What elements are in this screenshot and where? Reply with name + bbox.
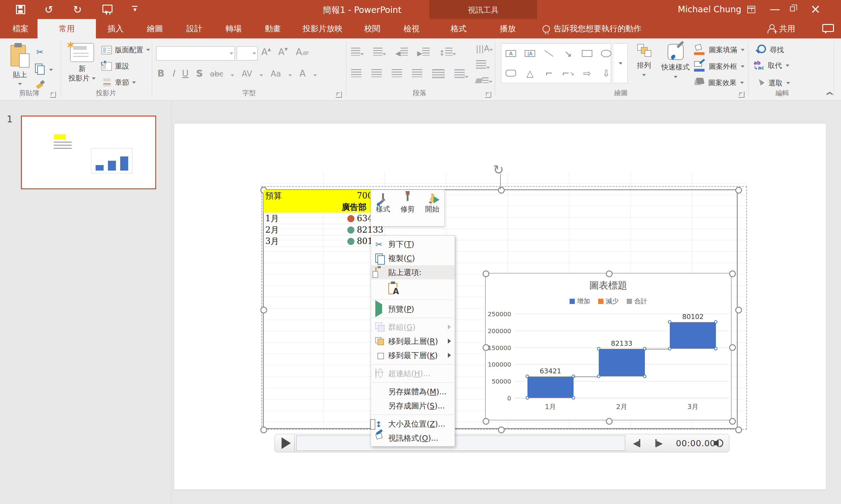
arrange-button[interactable]: 排列 [632,44,656,78]
right-arrow-shape-icon[interactable]: ⇨ [577,64,597,83]
textbox-shape-icon[interactable]: A [501,44,520,63]
font-color-icon[interactable]: A [299,68,306,79]
ribbon-display-options-icon[interactable] [741,0,762,19]
selection-handle[interactable] [729,344,736,351]
paste-option-keep-text-icon[interactable] [371,280,454,298]
slide-thumbnail[interactable] [21,115,156,189]
character-spacing-icon[interactable]: AV [241,69,252,78]
contextual-tab-1[interactable]: 播放 [483,19,532,38]
selection-handle[interactable] [498,427,505,433]
video-player-bar[interactable]: ◀ ▶ 00:00.00 [274,434,729,452]
seek-bar[interactable] [296,435,625,451]
樣式-button[interactable]: 樣式 [371,190,395,226]
clear-formatting-icon[interactable]: A [296,47,308,57]
menu-item-貼上選項[interactable]: 貼上選項: [371,265,454,280]
selection-handle[interactable] [735,307,742,313]
selection-handle[interactable] [729,418,736,425]
tab-1-active[interactable]: 常用 [37,19,96,38]
tab-6[interactable]: 動畫 [253,19,293,38]
paragraph-dialog-launcher-icon[interactable] [485,92,491,98]
selection-handle[interactable] [483,418,489,425]
increase-indent-icon[interactable]: ▶ [417,48,430,57]
tab-5[interactable]: 轉場 [214,19,253,38]
drawing-dialog-launcher-icon[interactable] [738,92,745,98]
selection-handle[interactable] [261,427,267,433]
underline-icon[interactable]: U [182,68,189,79]
increase-font-size-icon[interactable]: A▲ [261,47,271,57]
budget-table[interactable]: 預算70000廣告部1月634212月821333月80102 [264,190,387,247]
italic-icon[interactable]: I [172,68,175,79]
volume-icon[interactable] [714,438,724,448]
reset-button[interactable]: ↺ 重設 [102,61,129,71]
arrow-shape-icon[interactable]: ↘ [558,44,577,63]
menu-item-視訊格式[interactable]: 視訊格式(O)... [371,431,454,445]
strikethrough-icon[interactable]: abc [210,70,223,78]
step-forward-icon[interactable]: ▶ [655,438,663,448]
menu-item-移到最下層[interactable]: 移到最下層(K) [371,348,454,362]
tell-me-box[interactable]: 告訴我您想要執行的動作 [542,19,642,38]
change-case-icon[interactable]: Aa [270,69,281,78]
justify-icon[interactable] [412,69,422,77]
collapse-ribbon-icon[interactable] [826,92,833,96]
selection-handle[interactable] [606,418,613,425]
legend-item-合計[interactable]: 合計 [627,297,647,305]
ellipse-shape-icon[interactable] [597,44,616,63]
contextual-tab-0[interactable]: 格式 [434,19,483,38]
align-right-icon[interactable] [392,69,402,77]
restore-icon[interactable] [783,0,804,19]
line-spacing-icon[interactable]: ↕ [439,48,456,57]
convert-smartart-icon[interactable] [476,77,493,85]
decrease-font-size-icon[interactable]: A▼ [278,47,288,57]
close-icon[interactable]: × [805,0,826,19]
rounded-rectangle-shape-icon[interactable] [501,64,520,83]
add-remove-columns-icon[interactable] [454,69,468,79]
share-button[interactable]: + 共用 [767,19,795,38]
text-shadow-icon[interactable]: S [196,68,203,79]
menu-item-預覽[interactable]: 預覽(P) [371,302,454,316]
menu-item-剪下[interactable]: ✂剪下(T) [371,237,454,251]
start-slideshow-icon[interactable] [100,3,115,16]
waterfall-bar-1月[interactable] [527,376,574,398]
replace-button[interactable]: ab↳ac 取代 [754,60,789,70]
layout-button[interactable]: 版面配置 [102,45,150,55]
play-icon[interactable] [282,437,291,449]
select-button[interactable]: 選取 [757,78,790,88]
minimize-icon[interactable]: — [765,0,785,19]
elbow-arrow-connector-shape-icon[interactable]: ⌐↘ [558,64,577,83]
down-arrow-shape-icon[interactable]: ⇩ [597,64,616,83]
bold-icon[interactable]: B [157,68,164,79]
line-shape-icon[interactable] [539,44,558,63]
menu-item-另存成圖片[interactable]: 另存成圖片(S)... [371,399,454,413]
find-button[interactable]: 尋找 [755,44,784,55]
menu-item-複製[interactable]: 複製(C) [371,251,454,265]
align-left-icon[interactable] [351,69,361,77]
tab-3[interactable]: 繪圖 [135,19,175,38]
text-direction-icon[interactable]: |||A [476,44,493,53]
selection-handle[interactable] [606,270,613,277]
tab-4[interactable]: 設計 [175,19,214,38]
columns-icon[interactable] [432,69,445,79]
selection-handle[interactable] [735,187,742,194]
selection-handle[interactable] [261,307,267,313]
waterfall-bar-2月[interactable] [599,349,645,376]
triangle-shape-icon[interactable]: △ [520,64,539,83]
customize-qat-icon[interactable]: ▾ [128,3,142,16]
tab-9[interactable]: 檢視 [392,19,431,38]
decrease-indent-icon[interactable]: ◀ [395,48,408,57]
shape-fill-button[interactable]: 圖案填滿 [694,44,745,55]
menu-item-大小及位置[interactable]: 大小及位置(Z)... [371,417,454,431]
bullets-icon[interactable] [351,48,364,57]
修剪-button[interactable]: 修剪 [395,190,420,226]
menu-item-移到最上層[interactable]: 移到最上層(R) [371,334,454,348]
shape-outline-button[interactable]: 圖案外框 [694,61,745,72]
font-size-input[interactable] [237,47,257,60]
quick-styles-button[interactable]: 快速樣式 [658,44,693,79]
selection-handle[interactable] [483,270,489,277]
copy-dropdown-icon[interactable] [49,67,53,73]
comments-icon[interactable] [822,24,834,32]
waterfall-bar-3月[interactable] [670,322,716,349]
tab-8[interactable]: 校閱 [353,19,392,38]
rotation-handle-icon[interactable]: ↻ [493,162,504,177]
selection-handle[interactable] [735,427,742,433]
cut-icon[interactable]: ✂ [36,47,43,57]
